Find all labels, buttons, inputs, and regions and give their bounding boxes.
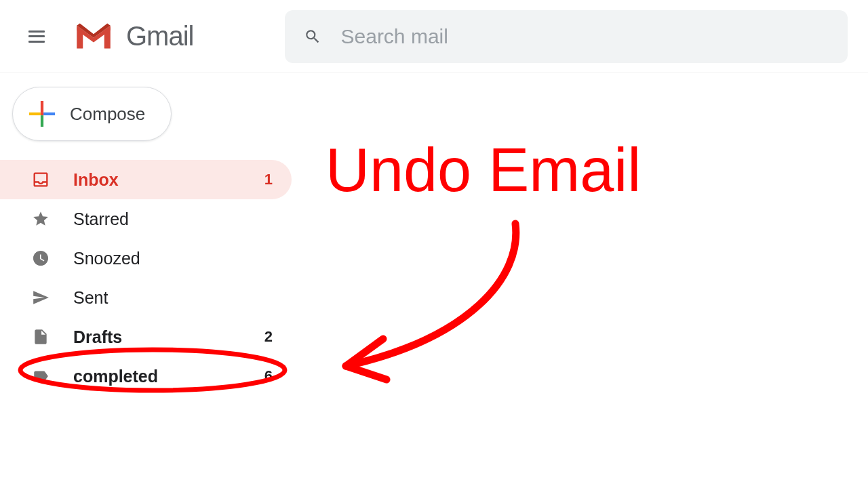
star-icon [30, 208, 52, 230]
gmail-envelope-icon [73, 21, 114, 52]
nav-list: Inbox 1 Starred Snoozed Sent [0, 160, 292, 396]
nav-label: Drafts [73, 327, 264, 347]
compose-label: Compose [70, 104, 145, 125]
hamburger-menu-icon[interactable] [20, 22, 53, 51]
gmail-logo[interactable]: Gmail [73, 21, 193, 52]
nav-label: Inbox [73, 170, 264, 190]
inbox-icon [30, 169, 52, 190]
nav-count: 1 [264, 171, 273, 188]
sidebar-item-sent[interactable]: Sent [0, 278, 292, 317]
nav-label: Starred [73, 209, 273, 229]
nav-label: completed [73, 367, 264, 386]
svg-rect-1 [43, 113, 55, 115]
annotation-arrow-icon [312, 210, 583, 386]
send-icon [30, 287, 52, 308]
search-box[interactable] [285, 10, 848, 63]
nav-count: 2 [264, 328, 273, 346]
sidebar-item-drafts[interactable]: Drafts 2 [0, 317, 292, 357]
svg-rect-0 [41, 101, 43, 113]
sidebar-item-completed[interactable]: completed 6 [0, 357, 292, 396]
sidebar-item-starred[interactable]: Starred [0, 199, 292, 239]
svg-rect-3 [29, 113, 41, 115]
svg-rect-2 [41, 115, 43, 127]
sidebar-item-inbox[interactable]: Inbox 1 [0, 160, 292, 199]
nav-label: Sent [73, 288, 273, 308]
compose-button[interactable]: Compose [12, 87, 172, 141]
plus-icon [29, 101, 55, 127]
file-icon [30, 326, 52, 348]
annotation-text: Undo Email [326, 136, 641, 205]
label-icon [30, 365, 52, 387]
search-input[interactable] [341, 25, 829, 48]
sidebar-item-snoozed[interactable]: Snoozed [0, 239, 292, 278]
header: Gmail [0, 0, 868, 73]
gmail-wordmark: Gmail [126, 21, 193, 52]
clock-icon [30, 247, 52, 269]
nav-count: 6 [264, 367, 273, 385]
svg-rect-4 [41, 113, 43, 115]
nav-label: Snoozed [73, 249, 273, 268]
sidebar: Compose Inbox 1 Starred Snoozed [0, 73, 292, 396]
search-icon [304, 27, 321, 46]
